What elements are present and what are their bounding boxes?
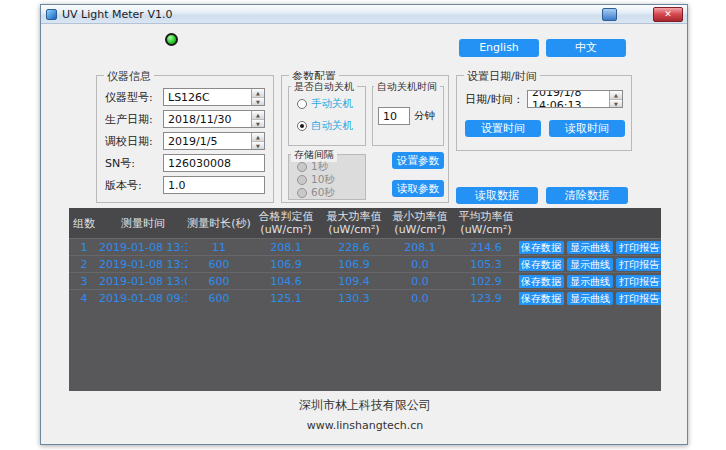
cell-time: 2019-01-08 13:20:04 (99, 258, 187, 271)
serial-number-field[interactable]: 126030008 (163, 154, 265, 172)
device-model-label: 仪器型号: (105, 90, 163, 105)
cell-max: 130.3 (321, 292, 387, 305)
manual-shutdown-label: 手动关机 (311, 97, 353, 111)
show-curve-button[interactable]: 显示曲线 (567, 275, 613, 288)
device-info-group: 仪器信息 仪器型号: LS126C ▲ ▼ 生产日期: 2018/11/30 ▲… (96, 75, 274, 203)
table-row: 2 2019-01-08 13:20:04 600 106.9 106.9 0.… (69, 255, 661, 272)
radio-checked-icon (297, 121, 307, 131)
spinner-up-icon[interactable]: ▲ (252, 89, 264, 98)
print-report-button[interactable]: 打印报告 (616, 292, 661, 305)
read-data-button[interactable]: 读取数据 (456, 187, 538, 204)
cell-pass-value: 106.9 (251, 258, 321, 271)
serial-number-value: 126030008 (168, 157, 231, 170)
cell-avg: 214.6 (453, 241, 519, 254)
cell-duration: 600 (187, 292, 251, 305)
row-actions: 保存数据 显示曲线 打印报告 (519, 275, 661, 288)
spinner-up-icon[interactable]: ▲ (252, 111, 264, 120)
radio-disabled-icon (297, 188, 307, 198)
row-actions: 保存数据 显示曲线 打印报告 (519, 258, 661, 271)
header-avg-power: 平均功率值(uW/cm²) (453, 208, 519, 238)
calibration-date-value: 2019/1/5 (168, 135, 217, 148)
interval-60s-radio[interactable]: 60秒 (297, 186, 335, 200)
auto-shutdown-radio[interactable]: 自动关机 (297, 119, 353, 133)
cell-min: 0.0 (387, 275, 453, 288)
cell-max: 109.4 (321, 275, 387, 288)
interval-1s-radio[interactable]: 1秒 (297, 160, 328, 174)
table-row: 1 2019-01-08 13:35:47 11 208.1 228.6 208… (69, 238, 661, 255)
cell-group: 2 (69, 258, 99, 271)
version-label: 版本号: (105, 178, 163, 193)
datetime-spinner[interactable]: ▲ ▼ (609, 91, 622, 107)
device-model-field[interactable]: LS126C ▲ ▼ (163, 88, 265, 106)
cell-min: 0.0 (387, 258, 453, 271)
print-report-button[interactable]: 打印报告 (616, 275, 661, 288)
version-value: 1.0 (168, 179, 186, 192)
save-data-button[interactable]: 保存数据 (519, 292, 564, 305)
radio-disabled-icon (297, 162, 307, 172)
spinner-down-icon[interactable]: ▼ (252, 142, 264, 150)
device-model-spinner[interactable]: ▲ ▼ (251, 89, 264, 105)
production-date-field[interactable]: 2018/11/30 ▲ ▼ (163, 110, 265, 128)
header-actions (519, 208, 661, 238)
show-curve-button[interactable]: 显示曲线 (567, 292, 613, 305)
auto-shutdown-label: 自动关机 (311, 119, 353, 133)
read-time-button[interactable]: 读取时间 (549, 120, 625, 137)
print-report-button[interactable]: 打印报告 (616, 258, 661, 271)
spinner-up-icon[interactable]: ▲ (252, 133, 264, 142)
row-actions: 保存数据 显示曲线 打印报告 (519, 241, 661, 254)
shutdown-time-row: 10 分钟 (378, 107, 439, 125)
interval-10s-label: 10秒 (311, 173, 335, 187)
spinner-down-icon[interactable]: ▼ (252, 98, 264, 106)
production-date-spinner[interactable]: ▲ ▼ (251, 111, 264, 127)
datetime-label: 日期/时间： (465, 92, 527, 107)
set-params-button[interactable]: 设置参数 (392, 152, 444, 169)
header-time: 测量时间 (99, 208, 187, 238)
show-curve-button[interactable]: 显示曲线 (567, 258, 613, 271)
serial-number-row: SN号: 126030008 (105, 154, 265, 172)
cell-time: 2019-01-08 13:08:46 (99, 275, 187, 288)
table-row: 4 2019-01-08 09:19:35 600 125.1 130.3 0.… (69, 289, 661, 306)
cell-time: 2019-01-08 09:19:35 (99, 292, 187, 305)
shutdown-time-title: 自动关机时间 (374, 80, 440, 94)
cell-pass-value: 104.6 (251, 275, 321, 288)
interval-10s-radio[interactable]: 10秒 (297, 173, 335, 187)
datetime-field[interactable]: 2019/1/8 14:06:13 ▲ ▼ (527, 90, 623, 108)
save-data-button[interactable]: 保存数据 (519, 258, 564, 271)
chinese-button[interactable]: 中文 (546, 39, 626, 57)
cell-duration: 11 (187, 241, 251, 254)
calibration-date-spinner[interactable]: ▲ ▼ (251, 133, 264, 149)
production-date-value: 2018/11/30 (168, 113, 231, 126)
minimize-button[interactable] (602, 8, 617, 21)
spinner-up-icon[interactable]: ▲ (610, 91, 622, 100)
save-data-button[interactable]: 保存数据 (519, 241, 564, 254)
read-params-button[interactable]: 读取参数 (392, 180, 444, 197)
print-report-button[interactable]: 打印报告 (616, 241, 661, 254)
param-config-group: 参数配置 是否自动关机 手动关机 自动关机 自动关机时间 10 分钟 存储间隔 (281, 75, 449, 203)
cell-pass-value: 125.1 (251, 292, 321, 305)
cell-group: 3 (69, 275, 99, 288)
close-button[interactable]: ✕ (653, 7, 683, 22)
spinner-down-icon[interactable]: ▼ (610, 100, 622, 108)
interval-1s-label: 1秒 (311, 160, 328, 174)
table-row: 3 2019-01-08 13:08:46 600 104.6 109.4 0.… (69, 272, 661, 289)
save-data-button[interactable]: 保存数据 (519, 275, 564, 288)
serial-number-label: SN号: (105, 156, 163, 171)
device-model-value: LS126C (168, 91, 210, 104)
company-name: 深圳市林上科技有限公司 (41, 397, 689, 414)
show-curve-button[interactable]: 显示曲线 (567, 241, 613, 254)
english-button[interactable]: English (459, 39, 539, 57)
spinner-down-icon[interactable]: ▼ (252, 120, 264, 128)
titlebar: UV Light Meter V1.0 ✕ (41, 5, 687, 24)
cell-avg: 123.9 (453, 292, 519, 305)
cell-max: 228.6 (321, 241, 387, 254)
manual-shutdown-radio[interactable]: 手动关机 (297, 97, 353, 111)
calibration-date-row: 调校日期: 2019/1/5 ▲ ▼ (105, 132, 265, 150)
clear-data-button[interactable]: 清除数据 (546, 187, 628, 204)
version-field[interactable]: 1.0 (163, 176, 265, 194)
radio-unchecked-icon (297, 99, 307, 109)
calibration-date-field[interactable]: 2019/1/5 ▲ ▼ (163, 132, 265, 150)
set-time-button[interactable]: 设置时间 (465, 120, 541, 137)
shutdown-time-field[interactable]: 10 (378, 107, 410, 125)
radio-disabled-icon (297, 175, 307, 185)
production-date-label: 生产日期: (105, 112, 163, 127)
